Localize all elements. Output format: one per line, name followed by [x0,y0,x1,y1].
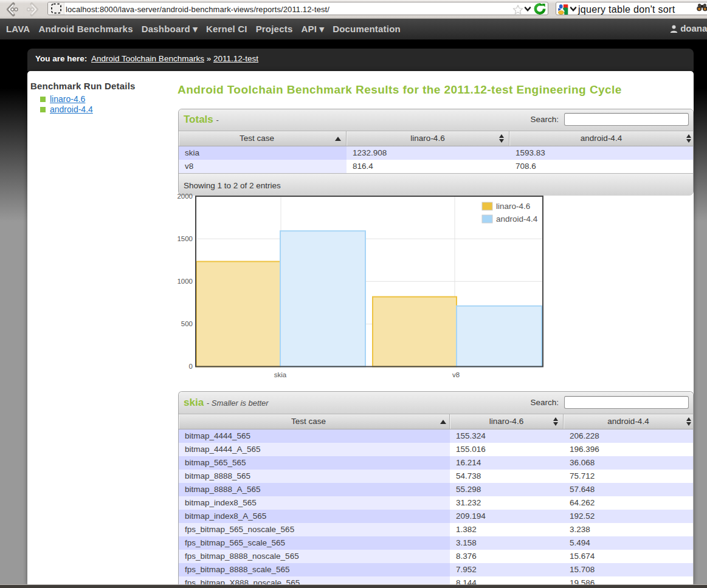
svg-text:2000: 2000 [177,193,193,200]
svg-text:0: 0 [189,363,193,370]
svg-text:1500: 1500 [177,235,193,242]
svg-text:1000: 1000 [177,278,193,285]
svg-text:skia: skia [274,371,287,378]
svg-text:linaro-4.6: linaro-4.6 [496,202,530,211]
svg-text:v8: v8 [452,371,460,378]
svg-text:android-4.4: android-4.4 [496,214,538,224]
svg-text:500: 500 [181,320,193,327]
